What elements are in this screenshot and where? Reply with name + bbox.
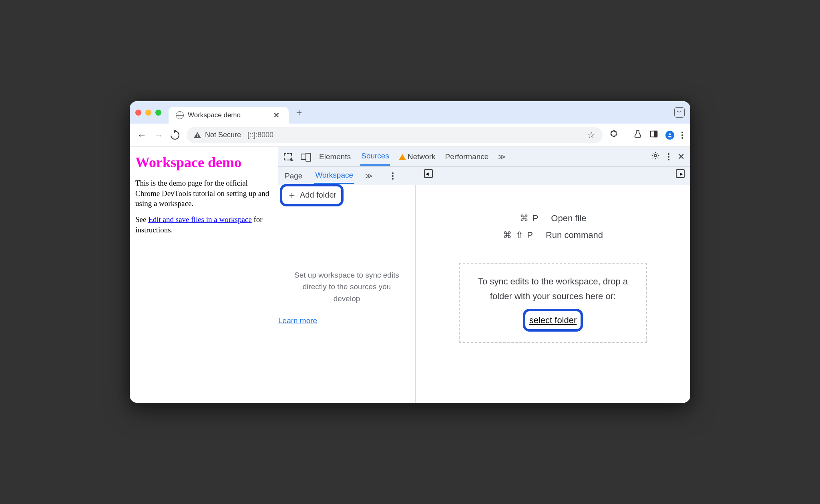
tabs-dropdown-button[interactable]: ﹀	[674, 107, 685, 118]
tab-network-label: Network	[408, 152, 436, 161]
page-paragraph-2: See Edit and save files in a workspace f…	[135, 214, 272, 235]
hide-debugger-icon[interactable]	[676, 169, 685, 178]
add-folder-row: ＋ Add folder	[278, 185, 415, 205]
learn-more-link[interactable]: Learn more	[278, 316, 415, 325]
workspace-doc-link[interactable]: Edit and save files in a workspace	[148, 215, 252, 224]
devtools-tabbar: Elements Sources Network Performance ≫ ✕	[278, 147, 690, 167]
security-badge: Not Secure	[205, 131, 241, 139]
subtab-page[interactable]: Page	[284, 168, 303, 184]
shortcut-run-command: ⌘ ⇧ P Run command	[503, 230, 603, 240]
workspace-help-text: Set up workspace to sync edits directly …	[278, 269, 415, 304]
subtabs-menu-button[interactable]	[392, 172, 394, 180]
window-titlebar: Workspace demo ✕ ＋ ﹀	[130, 101, 690, 124]
sources-main-panel: ⌘ P Open file ⌘ ⇧ P Run command To sync …	[416, 185, 690, 403]
sources-body: ＋ Add folder Set up workspace to sync ed…	[278, 185, 690, 403]
dropzone-text: To sync edits to the workspace, drop a f…	[468, 274, 637, 304]
select-folder-button[interactable]: select folder	[523, 309, 583, 332]
plus-icon: ＋	[287, 189, 297, 202]
page-heading: Workspace demo	[135, 154, 272, 171]
warning-icon	[399, 154, 406, 160]
browser-menu-button[interactable]	[681, 132, 683, 139]
webpage-viewport: Workspace demo This is the demo page for…	[130, 147, 278, 403]
globe-icon	[176, 111, 184, 119]
new-tab-button[interactable]: ＋	[294, 106, 304, 119]
para2-prefix: See	[135, 215, 148, 224]
device-toggle-icon[interactable]	[301, 154, 310, 160]
svg-point-3	[669, 133, 671, 135]
settings-gear-icon[interactable]	[651, 151, 660, 162]
open-file-label: Open file	[551, 213, 586, 224]
run-command-kbd: ⌘ ⇧ P	[503, 230, 534, 240]
workspace-sidebar: ＋ Add folder Set up workspace to sync ed…	[278, 185, 416, 403]
url-text: [::]:8000	[247, 131, 273, 139]
close-window-button[interactable]	[135, 110, 141, 116]
bookmark-star-icon[interactable]: ☆	[587, 130, 595, 140]
add-folder-button[interactable]: ＋ Add folder	[280, 184, 344, 206]
subtab-workspace[interactable]: Workspace	[314, 168, 354, 184]
forward-button[interactable]: →	[154, 130, 163, 141]
reload-button[interactable]	[169, 129, 181, 141]
close-tab-button[interactable]: ✕	[271, 110, 281, 120]
warning-icon	[194, 132, 201, 138]
devtools-menu-button[interactable]	[668, 153, 669, 160]
address-bar[interactable]: Not Secure [::]:8000 ☆	[187, 127, 603, 143]
tab-sources[interactable]: Sources	[360, 148, 390, 166]
open-file-kbd: ⌘ P	[520, 213, 539, 224]
labs-icon[interactable]	[633, 130, 642, 141]
tab-title: Workspace demo	[188, 111, 267, 119]
close-devtools-button[interactable]: ✕	[677, 152, 685, 162]
page-paragraph-1: This is the demo page for the official C…	[135, 178, 272, 209]
more-tabs-button[interactable]: ≫	[498, 152, 506, 161]
sources-subtabs: Page Workspace ≫	[278, 167, 690, 185]
inspect-element-icon[interactable]	[284, 153, 292, 160]
browser-tab[interactable]: Workspace demo ✕	[169, 107, 289, 124]
content-area: Workspace demo This is the demo page for…	[130, 147, 690, 403]
add-folder-label: Add folder	[300, 190, 336, 200]
profile-avatar[interactable]	[665, 131, 674, 140]
tab-network[interactable]: Network	[399, 152, 436, 161]
workspace-dropzone[interactable]: To sync edits to the workspace, drop a f…	[459, 263, 647, 343]
toolbar-divider	[626, 131, 626, 140]
run-command-label: Run command	[546, 230, 603, 240]
devtools-panel: Elements Sources Network Performance ≫ ✕…	[278, 147, 690, 403]
svg-rect-2	[655, 131, 657, 137]
traffic-lights	[135, 110, 161, 116]
hide-navigator-icon[interactable]	[424, 169, 433, 178]
shortcut-open-file: ⌘ P Open file	[520, 213, 587, 224]
side-panel-icon[interactable]	[649, 130, 658, 141]
browser-window: Workspace demo ✕ ＋ ﹀ ← → Not Secure [::]…	[130, 101, 690, 403]
browser-toolbar: ← → Not Secure [::]:8000 ☆	[130, 124, 690, 147]
tab-elements[interactable]: Elements	[318, 148, 352, 165]
bottom-divider	[416, 389, 690, 389]
tab-performance[interactable]: Performance	[444, 148, 490, 165]
svg-point-4	[654, 154, 657, 157]
back-button[interactable]: ←	[137, 130, 147, 141]
extensions-icon[interactable]	[610, 130, 619, 141]
maximize-window-button[interactable]	[155, 110, 161, 116]
chevron-down-icon: ﹀	[676, 108, 683, 117]
more-subtabs-button[interactable]: ≫	[365, 172, 373, 180]
minimize-window-button[interactable]	[145, 110, 151, 116]
